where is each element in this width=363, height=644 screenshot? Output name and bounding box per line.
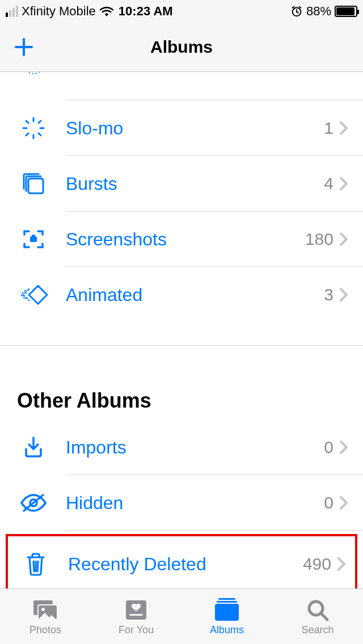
- tab-albums[interactable]: Albums: [182, 589, 272, 644]
- row-imports[interactable]: Imports 0: [0, 420, 363, 475]
- tab-photos[interactable]: Photos: [0, 589, 91, 644]
- status-right: 88%: [290, 4, 357, 19]
- section-other-albums: Other Albums: [0, 346, 363, 420]
- status-left: Xfinity Mobile: [6, 4, 114, 19]
- row-bursts[interactable]: Bursts 4: [0, 156, 363, 211]
- screenshots-icon: [17, 227, 50, 252]
- svg-line-29: [321, 613, 327, 620]
- albums-icon: [213, 597, 241, 622]
- content-scroll[interactable]: Live Photos 21 Slo-mo 1: [0, 72, 363, 588]
- add-button[interactable]: [12, 36, 35, 58]
- row-hidden[interactable]: Hidden 0: [0, 475, 363, 531]
- row-count: 1: [324, 118, 334, 138]
- trash-icon: [19, 552, 52, 577]
- animated-icon: [17, 282, 50, 307]
- tab-label: Search: [301, 624, 334, 636]
- chevron-right-icon: [339, 440, 348, 455]
- row-count: 3: [324, 285, 334, 304]
- tab-label: For You: [119, 624, 154, 636]
- svg-point-3: [23, 72, 44, 74]
- tab-label: Albums: [210, 624, 244, 636]
- alarm-icon: [290, 5, 303, 18]
- row-label: Slo-mo: [50, 118, 324, 139]
- svg-point-22: [41, 608, 45, 611]
- row-label: Bursts: [50, 173, 324, 194]
- carrier-label: Xfinity Mobile: [22, 4, 96, 19]
- tab-bar: Photos For You Albums Sear: [0, 588, 363, 644]
- row-count: 4: [324, 174, 334, 193]
- svg-line-19: [37, 561, 38, 571]
- svg-rect-27: [215, 604, 239, 621]
- status-time: 10:23 AM: [114, 4, 290, 19]
- tab-for-you[interactable]: For You: [91, 589, 182, 644]
- slomo-icon: [17, 116, 50, 141]
- chevron-right-icon: [339, 176, 348, 191]
- row-screenshots[interactable]: Screenshots 180: [0, 211, 363, 267]
- row-count: 180: [305, 230, 334, 249]
- bursts-icon: [17, 171, 50, 197]
- for-you-icon: [124, 597, 149, 622]
- svg-rect-26: [217, 601, 237, 603]
- status-bar: Xfinity Mobile 10:23 AM 88%: [0, 0, 363, 23]
- row-animated[interactable]: Animated 3: [0, 267, 363, 323]
- battery-pct: 88%: [306, 4, 331, 19]
- wifi-icon: [99, 6, 114, 17]
- chevron-right-icon: [339, 495, 348, 510]
- svg-rect-14: [32, 235, 35, 237]
- nav-bar: Albums: [0, 23, 363, 72]
- tab-label: Photos: [29, 624, 61, 636]
- row-count: 490: [303, 554, 331, 574]
- svg-rect-13: [30, 236, 37, 242]
- search-icon: [306, 597, 330, 622]
- svg-rect-24: [129, 614, 143, 616]
- chevron-right-icon: [339, 287, 348, 302]
- chevron-right-icon: [337, 557, 346, 571]
- row-label: Screenshots: [50, 229, 305, 250]
- hidden-icon: [17, 492, 50, 514]
- row-recently-deleted[interactable]: Recently Deleted 490: [8, 536, 355, 588]
- svg-line-8: [26, 121, 28, 123]
- svg-line-10: [26, 133, 28, 135]
- page-title: Albums: [150, 37, 213, 57]
- live-photos-icon: [17, 72, 50, 75]
- signal-icon: [6, 6, 18, 17]
- svg-line-9: [39, 133, 41, 135]
- row-count: 0: [324, 493, 334, 512]
- plus-icon: [12, 36, 35, 58]
- svg-rect-12: [28, 179, 43, 193]
- row-live-photos[interactable]: Live Photos 21: [0, 72, 363, 100]
- imports-icon: [17, 435, 50, 459]
- row-label: Recently Deleted: [52, 554, 303, 575]
- row-count: 0: [324, 438, 334, 457]
- row-slomo[interactable]: Slo-mo 1: [0, 100, 363, 156]
- tab-search[interactable]: Search: [272, 589, 363, 644]
- svg-line-17: [33, 561, 34, 571]
- svg-line-11: [39, 121, 41, 123]
- row-label: Imports: [50, 437, 324, 458]
- chevron-right-icon: [339, 121, 348, 135]
- chevron-right-icon: [339, 232, 348, 247]
- svg-rect-25: [218, 598, 235, 600]
- battery-icon: [335, 6, 357, 17]
- row-label: Animated: [50, 285, 324, 306]
- highlight-recently-deleted: Recently Deleted 490: [6, 534, 357, 588]
- row-label: Hidden: [50, 493, 324, 514]
- photos-icon: [31, 597, 60, 622]
